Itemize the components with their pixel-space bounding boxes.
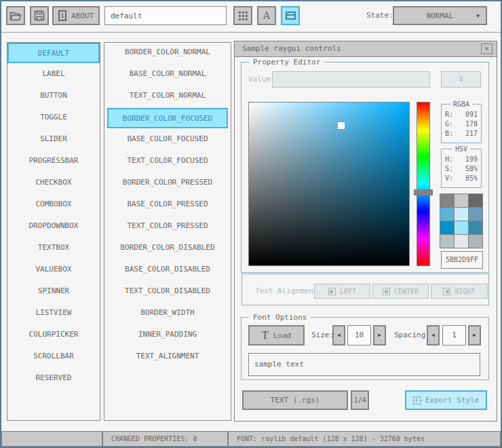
arrow-left-icon: ◀ (337, 332, 341, 338)
property-list-item[interactable]: BORDER_COLOR_PRESSED (107, 173, 228, 193)
controls-window-button[interactable] (281, 6, 300, 25)
property-list-item[interactable]: TEXT_COLOR_FOCUSED (107, 151, 228, 172)
status-bar: CHANGED PROPERTIES: 0 FONT: raylib defau… (1, 431, 501, 447)
export-format-button[interactable]: TEXT (.rgs) (242, 390, 348, 410)
toolbar: i ABOUT A State: NORMAL ▼ (0, 0, 502, 33)
arrow-right-icon: ▶ (378, 332, 381, 338)
rgba-row: R: 091 (442, 110, 481, 119)
property-list-item[interactable]: BASE_COLOR_FOCUSED (107, 130, 228, 150)
control-list-item[interactable]: SCROLLBAR (7, 347, 100, 367)
property-list-item[interactable]: BASE_COLOR_NORMAL (107, 64, 228, 85)
control-list-item[interactable]: DEFAULT (7, 43, 100, 63)
property-list-item[interactable]: INNER_PADDING (107, 325, 228, 346)
property-list-item[interactable]: BORDER_WIDTH (107, 303, 228, 324)
text-alignment-box: Text Alignment: LEFT CENTER RIGHT (242, 274, 489, 305)
property-list-item[interactable]: BORDER_COLOR_DISABLED (107, 238, 228, 259)
style-color-swatch[interactable] (455, 235, 468, 248)
font-letter-icon: A (263, 10, 270, 21)
align-left-button[interactable]: LEFT (314, 284, 370, 299)
value-label: Value: (248, 71, 275, 88)
style-color-swatch[interactable] (440, 221, 454, 234)
value-input[interactable] (272, 71, 430, 88)
control-list-item[interactable]: VALUEBOX (7, 260, 100, 280)
font-load-button[interactable]: T Load (248, 325, 305, 346)
save-file-button[interactable] (30, 6, 49, 25)
property-list-item[interactable]: BASE_COLOR_DISABLED (107, 260, 228, 280)
style-table-button[interactable] (233, 6, 252, 25)
spacing-increase-button[interactable]: ▶ (468, 325, 481, 346)
rgba-row: G: 178 (442, 119, 481, 129)
control-list-item[interactable]: BUTTON (7, 86, 100, 107)
align-right-icon (443, 288, 450, 295)
style-color-swatch[interactable] (440, 208, 454, 221)
style-color-swatch[interactable] (455, 208, 468, 221)
style-color-swatch[interactable] (469, 221, 482, 234)
spacing-value-box[interactable]: 1 (442, 325, 466, 346)
folder-icon (9, 11, 22, 21)
style-color-swatch[interactable] (440, 194, 454, 207)
close-button[interactable]: × (481, 43, 493, 54)
close-icon: × (484, 44, 489, 53)
property-list-item[interactable]: TEXT_COLOR_NORMAL (107, 86, 228, 107)
chevron-down-icon: ▼ (476, 13, 480, 19)
hue-slider-handle[interactable] (414, 189, 433, 195)
style-color-swatch[interactable] (455, 221, 468, 234)
sample-text-input[interactable]: sample text (248, 353, 480, 376)
align-center-icon (383, 288, 390, 295)
page-indicator[interactable]: 1/4 (351, 390, 369, 410)
size-decrease-button[interactable]: ◀ (332, 325, 345, 346)
property-list-item[interactable]: BORDER_COLOR_FOCUSED (107, 108, 228, 128)
property-list-item[interactable]: BASE_COLOR_PRESSED (107, 195, 228, 215)
control-list-item[interactable]: SLIDER (7, 130, 100, 150)
state-dropdown-value: NORMAL (427, 12, 454, 20)
control-list-item[interactable]: DROPDOWNBOX (7, 217, 100, 237)
text-tool-icon: T (262, 329, 269, 341)
hsv-row: V: 85% (442, 174, 481, 183)
info-icon: i (58, 10, 66, 21)
value-button[interactable]: 0 (441, 71, 481, 88)
properties-list: BORDER_COLOR_NORMAL BASE_COLOR_NORMAL TE… (104, 42, 231, 421)
window-title-bar: Sample raygui controls (235, 41, 497, 57)
align-left-icon (328, 288, 336, 295)
about-button[interactable]: i ABOUT (52, 6, 100, 25)
control-list-item[interactable]: PROGRESSBAR (7, 151, 100, 172)
size-increase-button[interactable]: ▶ (373, 325, 386, 346)
font-settings-button[interactable]: A (257, 6, 276, 25)
hex-value-input[interactable]: 5BB2D9FF (441, 251, 483, 269)
property-list-item[interactable]: TEXT_COLOR_DISABLED (107, 282, 228, 302)
open-file-button[interactable] (6, 6, 25, 25)
style-color-swatch[interactable] (455, 194, 468, 207)
color-picker-cursor[interactable] (338, 122, 345, 129)
align-center-button[interactable]: CENTER (372, 284, 429, 299)
property-list-item[interactable]: TEXT_COLOR_PRESSED (107, 217, 228, 237)
style-color-swatch[interactable] (469, 194, 482, 207)
property-list-item[interactable]: TEXT_ALIGNMENT (107, 347, 228, 367)
grid-icon (239, 12, 248, 20)
control-list-item[interactable]: TOGGLE (7, 108, 100, 128)
style-color-swatch[interactable] (469, 208, 482, 221)
style-color-swatch[interactable] (469, 235, 482, 248)
control-list-item[interactable]: LABEL (7, 64, 100, 85)
spacing-label: Spacing: (394, 325, 430, 346)
control-list-item[interactable]: CHECKBOX (7, 173, 100, 193)
color-picker-panel[interactable] (248, 102, 410, 266)
style-color-swatch[interactable] (440, 235, 454, 248)
control-list-item[interactable]: TEXTBOX (7, 238, 100, 259)
control-list-item[interactable]: LISTVIEW (7, 303, 100, 324)
spacing-decrease-button[interactable]: ◀ (427, 325, 440, 346)
align-right-button[interactable]: RIGHT (431, 284, 488, 299)
control-list-item[interactable]: RESERVED (7, 369, 100, 389)
hsv-row: H: 199 (442, 155, 481, 164)
state-dropdown[interactable]: NORMAL ▼ (393, 6, 487, 25)
control-list-item[interactable]: SPINNER (7, 282, 100, 302)
control-list-item[interactable]: COLORPICKER (7, 325, 100, 346)
controls-list: DEFAULT LABEL BUTTON TOGGLE SLIDER PROGR… (7, 42, 100, 421)
floppy-disk-icon (34, 10, 45, 21)
export-style-button[interactable]: E Export Style (405, 390, 487, 410)
control-list-item[interactable]: COMBOBOX (7, 195, 100, 215)
rgba-groupbox: RGBA R: 091 G: 178 B: 217 (441, 104, 482, 143)
hue-slider[interactable] (417, 102, 430, 266)
property-list-item[interactable]: BORDER_COLOR_NORMAL (107, 43, 228, 63)
size-value-box[interactable]: 10 (347, 325, 371, 346)
style-name-input[interactable] (104, 6, 227, 25)
